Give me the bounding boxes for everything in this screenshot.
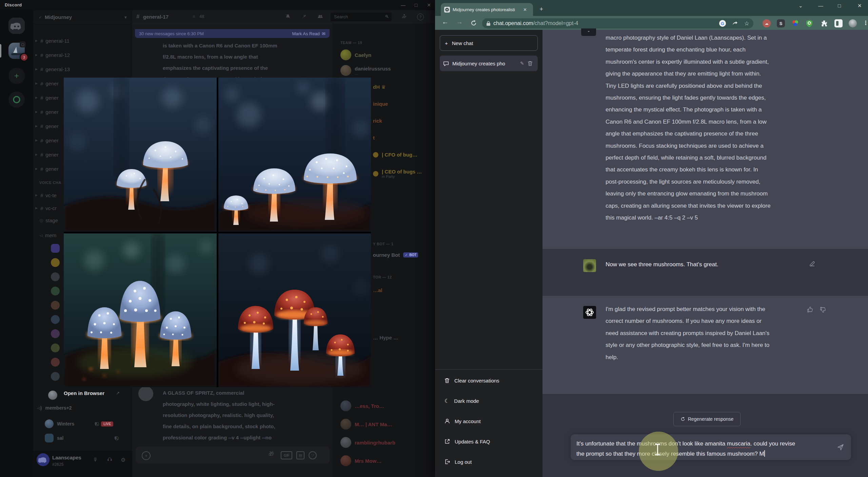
menu-clear-conversations[interactable]: Clear conversations bbox=[440, 373, 538, 388]
headphones-icon[interactable]: 🎧︎ bbox=[107, 457, 112, 462]
url-bar[interactable]: chat.openai.com/chat?model=gpt-4 G ☆ bbox=[482, 18, 753, 28]
add-server-button[interactable]: + bbox=[8, 68, 25, 84]
thumbs-down-icon[interactable] bbox=[820, 307, 826, 313]
channel-item[interactable]: ▶# gener bbox=[35, 149, 59, 160]
external-launch-icon[interactable]: ↗ bbox=[116, 391, 120, 396]
extension-claw-icon[interactable]: ☁ bbox=[763, 19, 771, 27]
gif-icon[interactable]: GIF bbox=[281, 451, 292, 459]
generated-image-bottom-right[interactable] bbox=[218, 233, 371, 388]
delete-trash-icon[interactable] bbox=[528, 61, 533, 66]
mark-as-read-label[interactable]: Mark As Read bbox=[292, 31, 320, 36]
new-tab-icon[interactable]: + bbox=[539, 5, 543, 13]
stage-channel-item[interactable]: ◎ stage bbox=[39, 214, 58, 226]
discord-home-button[interactable] bbox=[8, 18, 25, 34]
voice-channel-item[interactable]: ◅ mem bbox=[39, 229, 56, 241]
voice-connected-channel[interactable]: ◅) members+2 bbox=[37, 405, 72, 411]
avatar[interactable] bbox=[51, 301, 60, 310]
pinned-messages-icon[interactable]: 📌︎ bbox=[302, 14, 307, 19]
voice-channels-header[interactable]: VOICE CHA bbox=[39, 181, 61, 185]
member-name-fragment[interactable]: | CFO of bug… bbox=[373, 152, 417, 158]
avatar[interactable] bbox=[51, 287, 60, 295]
mic-icon[interactable]: 🎙︎ bbox=[93, 457, 98, 462]
member-name-fragment[interactable]: dH ♛ bbox=[373, 84, 386, 90]
image-lightbox[interactable] bbox=[64, 78, 371, 387]
maximize-icon[interactable]: □ bbox=[838, 3, 841, 8]
channel-item[interactable]: ▶# gener bbox=[35, 120, 59, 132]
side-panel-icon[interactable] bbox=[834, 19, 843, 27]
help-icon[interactable]: ? bbox=[417, 14, 424, 20]
gift-icon[interactable]: 🎁︎ bbox=[269, 451, 274, 457]
member-row[interactable]: M… | ANT Ma… bbox=[340, 419, 392, 430]
discord-message-input[interactable]: + 🎁︎ GIF ▤ ツ bbox=[136, 447, 330, 463]
chat-input[interactable]: It's unfortunate that the mushrooms don'… bbox=[571, 434, 851, 460]
avatar[interactable] bbox=[51, 344, 60, 352]
menu-my-account[interactable]: My account bbox=[440, 413, 538, 429]
rename-pencil-icon[interactable]: ✎ bbox=[520, 61, 524, 66]
avatar[interactable] bbox=[51, 258, 60, 267]
search-input[interactable]: Search 🔍︎ bbox=[331, 13, 392, 21]
tab-close-icon[interactable]: ✕ bbox=[523, 7, 527, 12]
avatar[interactable] bbox=[138, 386, 153, 401]
browser-menu-icon[interactable]: ⋮ bbox=[863, 20, 868, 26]
server-header[interactable]: ✓ Midjourney ▼ bbox=[33, 10, 132, 24]
menu-log-out[interactable]: Log out bbox=[440, 454, 538, 470]
minimize-icon[interactable]: — bbox=[398, 2, 408, 8]
voice-user-row[interactable]: Winters 🎙︎⃠ LIVE bbox=[45, 419, 113, 428]
member-row[interactable]: …ess, Tro… bbox=[340, 400, 384, 411]
tab-search-chevron-icon[interactable]: ⌄ bbox=[798, 3, 803, 9]
extension-rgb-icon[interactable] bbox=[791, 19, 799, 27]
member-name-fragment[interactable]: rick bbox=[373, 118, 382, 124]
member-row[interactable]: ramblingrhubarb bbox=[340, 437, 395, 448]
new-messages-banner[interactable]: 30 new messages since 6:30 PM Mark As Re… bbox=[135, 29, 330, 38]
channel-item[interactable]: ▶# gener bbox=[35, 92, 59, 103]
avatar[interactable] bbox=[51, 272, 60, 281]
emoji-icon[interactable]: ツ bbox=[309, 451, 317, 459]
reload-icon[interactable] bbox=[470, 20, 477, 26]
close-icon[interactable]: ✕ bbox=[857, 3, 862, 9]
member-name-fragment[interactable]: … Hype … bbox=[373, 335, 398, 340]
google-g-icon[interactable]: G bbox=[719, 20, 726, 27]
profile-avatar[interactable] bbox=[849, 19, 857, 27]
member-name-fragment[interactable]: …al bbox=[373, 287, 382, 293]
member-row[interactable]: Caelyn bbox=[340, 49, 371, 60]
maximize-icon[interactable]: □ bbox=[411, 2, 421, 8]
upload-plus-icon[interactable]: + bbox=[142, 451, 151, 460]
avatar[interactable] bbox=[51, 315, 60, 324]
avatar[interactable] bbox=[37, 453, 50, 466]
avatar[interactable] bbox=[51, 358, 60, 367]
explore-server-button[interactable] bbox=[8, 91, 25, 108]
channel-item[interactable]: ▶# gener bbox=[35, 134, 59, 146]
bookmark-star-icon[interactable]: ☆ bbox=[744, 20, 749, 27]
edit-message-icon[interactable] bbox=[809, 261, 815, 267]
inbox-icon[interactable]: 📥︎ bbox=[402, 14, 407, 19]
member-name-fragment[interactable]: | CEO of bugs … m Party bbox=[373, 169, 422, 179]
channel-item[interactable]: ▶# general-11 bbox=[35, 35, 70, 46]
url-text[interactable]: chat.openai.com/chat?model=gpt-4 bbox=[493, 20, 578, 26]
share-icon[interactable] bbox=[732, 21, 738, 26]
thumbs-up-icon[interactable] bbox=[807, 307, 813, 313]
member-row[interactable]: danielrussruss … bbox=[340, 65, 391, 76]
voice-user-row[interactable]: sal 🎙︎⃠ bbox=[45, 434, 117, 442]
avatar[interactable] bbox=[51, 372, 60, 381]
extensions-puzzle-icon[interactable] bbox=[820, 19, 828, 27]
close-icon[interactable]: ✕ bbox=[424, 2, 434, 8]
member-list-icon[interactable]: 👥︎ bbox=[318, 14, 323, 19]
forward-icon[interactable]: → bbox=[456, 18, 463, 26]
regenerate-response-button[interactable]: Regenerate response bbox=[673, 412, 741, 426]
avatar[interactable] bbox=[51, 329, 60, 338]
channel-item[interactable]: ▶# general-13 bbox=[35, 63, 70, 75]
member-name-fragment[interactable]: t bbox=[373, 135, 375, 141]
voice-channel-item[interactable]: ▶# vc-cr bbox=[35, 202, 57, 214]
send-icon[interactable] bbox=[837, 444, 844, 451]
generated-image-top-left[interactable] bbox=[64, 78, 217, 232]
open-in-browser-link[interactable]: Open in Browser bbox=[64, 390, 104, 396]
channel-item[interactable]: ▶# gener bbox=[35, 106, 59, 118]
channel-item[interactable]: ▶# gener bbox=[35, 78, 59, 89]
minimize-icon[interactable]: — bbox=[818, 3, 823, 8]
new-chat-button[interactable]: + New chat bbox=[440, 35, 538, 51]
avatar[interactable] bbox=[51, 244, 60, 253]
member-row-bot[interactable]: ourney Bot ✓ BOT bbox=[373, 252, 418, 258]
voice-channel-item[interactable]: ▶# vc-te bbox=[35, 189, 57, 201]
browser-tab[interactable]: Midjourney creates photorealisti ✕ bbox=[441, 3, 533, 16]
member-name-fragment[interactable]: inique bbox=[373, 101, 388, 107]
